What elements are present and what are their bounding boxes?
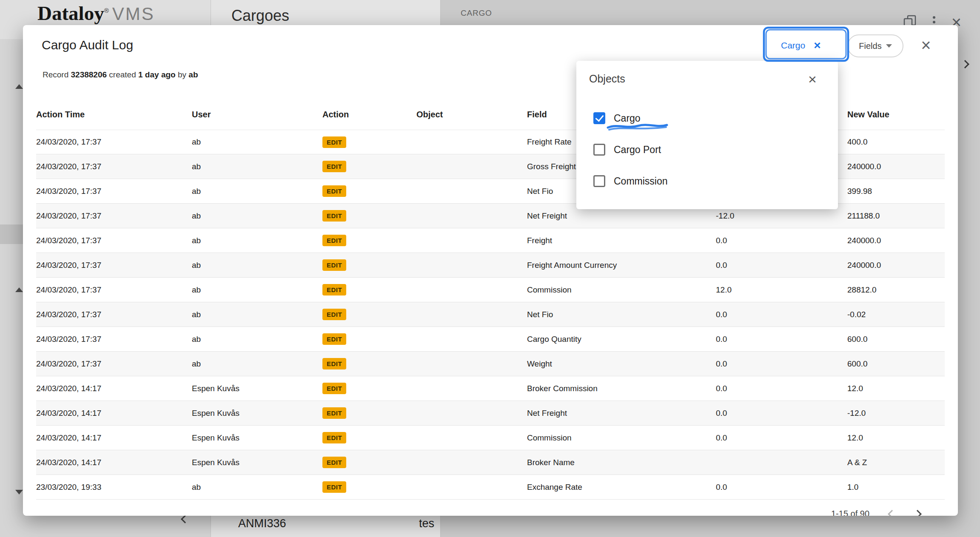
cell-action: EDIT — [322, 259, 416, 271]
remove-filter-icon[interactable]: × — [814, 40, 820, 51]
table-row: 24/03/2020, 17:37abEDITFreight Amount Cu… — [36, 253, 945, 278]
cell-action-time: 24/03/2020, 17:37 — [36, 359, 192, 369]
cell-user: ab — [192, 359, 322, 369]
action-badge: EDIT — [322, 284, 346, 295]
object-option-cargo[interactable]: Cargo — [576, 102, 838, 134]
checkbox-unchecked-icon[interactable] — [593, 144, 605, 156]
action-badge: EDIT — [322, 333, 346, 345]
cell-field: Broker Name — [527, 458, 716, 467]
cell-new-value: 600.0 — [847, 335, 945, 344]
cell-user: ab — [192, 137, 322, 147]
cell-action: EDIT — [322, 481, 416, 493]
cell-field: Commission — [527, 433, 716, 443]
cell-field: Commission — [527, 285, 716, 295]
record-word: Record — [43, 70, 68, 79]
cell-action: EDIT — [322, 309, 416, 320]
close-modal-icon[interactable]: × — [916, 35, 936, 55]
table-row: 24/03/2020, 14:17Espen KuvåsEDITBroker C… — [36, 376, 945, 401]
cell-user: Espen Kuvås — [192, 458, 322, 467]
cell-new-value: -12.0 — [847, 409, 945, 418]
cell-action: EDIT — [322, 333, 416, 345]
cell-field: Net Freight — [527, 409, 716, 418]
cell-action-time: 24/03/2020, 17:37 — [36, 211, 192, 221]
cell-action: EDIT — [322, 284, 416, 295]
popup-items: CargoCargo PortCommission — [576, 102, 838, 197]
cell-new-value: 600.0 — [847, 359, 945, 369]
checkbox-checked-icon[interactable] — [593, 112, 605, 124]
object-option-cargo-port[interactable]: Cargo Port — [576, 134, 838, 165]
action-badge: EDIT — [322, 309, 346, 320]
cell-action: EDIT — [322, 383, 416, 394]
pagination: 1-15 of 90 — [831, 509, 920, 516]
cell-user: Espen Kuvås — [192, 433, 322, 443]
column-header: New Value — [847, 110, 945, 119]
cell-old-value: 0.0 — [716, 409, 847, 418]
cell-old-value: -12.0 — [716, 211, 847, 221]
previous-page-icon[interactable] — [888, 510, 896, 516]
close-popup-icon[interactable]: × — [803, 70, 821, 88]
table-row: 24/03/2020, 14:17Espen KuvåsEDITNet Frei… — [36, 401, 945, 426]
action-badge: EDIT — [322, 235, 346, 246]
cell-new-value: 240000.0 — [847, 162, 945, 171]
column-header: Action Time — [36, 110, 192, 119]
table-row: 23/03/2020, 19:33abEDITExchange Rate0.01… — [36, 475, 945, 500]
table-row: 24/03/2020, 17:37abEDITCargo Quantity0.0… — [36, 327, 945, 352]
cell-new-value: 211188.0 — [847, 211, 945, 221]
modal-title: Cargo Audit Log — [42, 38, 133, 52]
cell-action-time: 24/03/2020, 17:37 — [36, 310, 192, 319]
cell-new-value: 399.98 — [847, 187, 945, 196]
fields-dropdown-button[interactable]: Fields — [847, 34, 903, 57]
record-id: 32388206 — [71, 70, 107, 79]
cell-action-time: 24/03/2020, 17:37 — [36, 137, 192, 147]
by-word: by — [178, 70, 186, 79]
cell-action-time: 24/03/2020, 14:17 — [36, 384, 192, 393]
next-page-icon[interactable] — [913, 510, 922, 516]
cell-new-value: 12.0 — [847, 384, 945, 393]
cell-field: Exchange Rate — [527, 483, 716, 492]
cell-new-value: 1.0 — [847, 483, 945, 492]
chevron-down-icon — [886, 44, 892, 48]
action-badge: EDIT — [322, 161, 346, 172]
table-row: 24/03/2020, 17:37abEDITWeight0.0600.0 — [36, 352, 945, 376]
cell-old-value: 0.0 — [716, 335, 847, 344]
created-word: created — [109, 70, 136, 79]
cell-new-value: 240000.0 — [847, 236, 945, 245]
cell-user: ab — [192, 310, 322, 319]
cell-action-time: 24/03/2020, 14:17 — [36, 458, 192, 467]
action-badge: EDIT — [322, 358, 346, 369]
action-badge: EDIT — [322, 259, 346, 271]
object-filter-chip[interactable]: Cargo × — [772, 34, 830, 57]
cell-action-time: 24/03/2020, 17:37 — [36, 285, 192, 295]
cell-action: EDIT — [322, 210, 416, 222]
cell-user: ab — [192, 162, 322, 171]
cell-user: ab — [192, 285, 322, 295]
cell-user: ab — [192, 335, 322, 344]
cell-action: EDIT — [322, 407, 416, 419]
cell-action-time: 23/03/2020, 19:33 — [36, 483, 192, 492]
object-option-label: Cargo Port — [614, 144, 661, 156]
cell-action-time: 24/03/2020, 17:37 — [36, 261, 192, 270]
cell-field: Freight — [527, 236, 716, 245]
object-option-commission[interactable]: Commission — [576, 165, 838, 197]
record-meta-line: Record 32388206 created 1 day ago by ab — [43, 70, 198, 80]
cell-new-value: 12.0 — [847, 433, 945, 443]
checkbox-unchecked-icon[interactable] — [593, 175, 605, 187]
action-badge: EDIT — [322, 407, 346, 419]
cell-action-time: 24/03/2020, 17:37 — [36, 162, 192, 171]
cell-new-value: -0.02 — [847, 310, 945, 319]
action-badge: EDIT — [322, 481, 346, 493]
cell-field: Broker Commission — [527, 384, 716, 393]
action-badge: EDIT — [322, 185, 346, 197]
cell-user: ab — [192, 187, 322, 196]
filter-chip-label: Cargo — [781, 40, 805, 51]
action-badge: EDIT — [322, 383, 346, 394]
cell-old-value: 0.0 — [716, 384, 847, 393]
object-option-label: Cargo — [614, 113, 641, 124]
cell-action: EDIT — [322, 358, 416, 369]
cell-action: EDIT — [322, 457, 416, 468]
cell-user: ab — [192, 261, 322, 270]
cell-old-value: 0.0 — [716, 359, 847, 369]
cell-action-time: 24/03/2020, 17:37 — [36, 335, 192, 344]
cell-field: Net Freight — [527, 211, 716, 221]
cell-user: Espen Kuvås — [192, 384, 322, 393]
